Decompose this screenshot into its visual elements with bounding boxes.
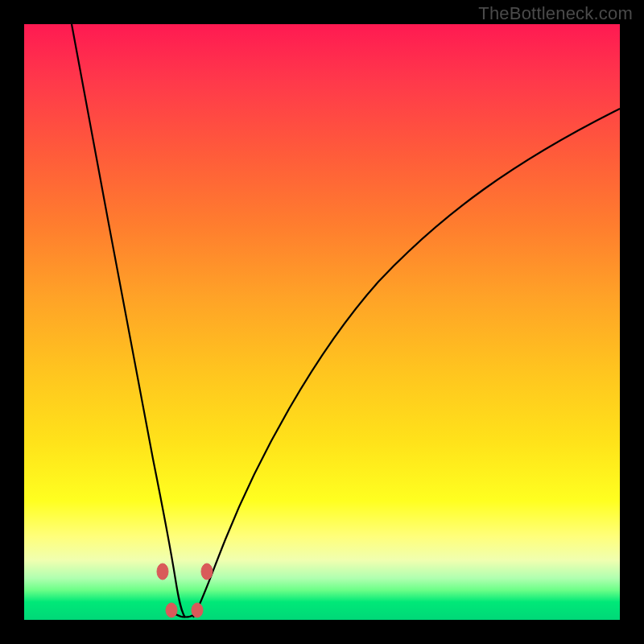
curve-left-branch — [72, 24, 185, 617]
chart-plot-area — [24, 24, 620, 620]
chart-frame: TheBottleneck.com — [0, 0, 644, 644]
marker-dot — [157, 564, 168, 580]
chart-svg — [24, 24, 620, 620]
marker-dot — [166, 603, 177, 617]
marker-dot — [201, 564, 213, 580]
marker-dot — [192, 603, 203, 617]
watermark-text: TheBottleneck.com — [478, 3, 633, 24]
curve-right-branch — [193, 109, 620, 617]
